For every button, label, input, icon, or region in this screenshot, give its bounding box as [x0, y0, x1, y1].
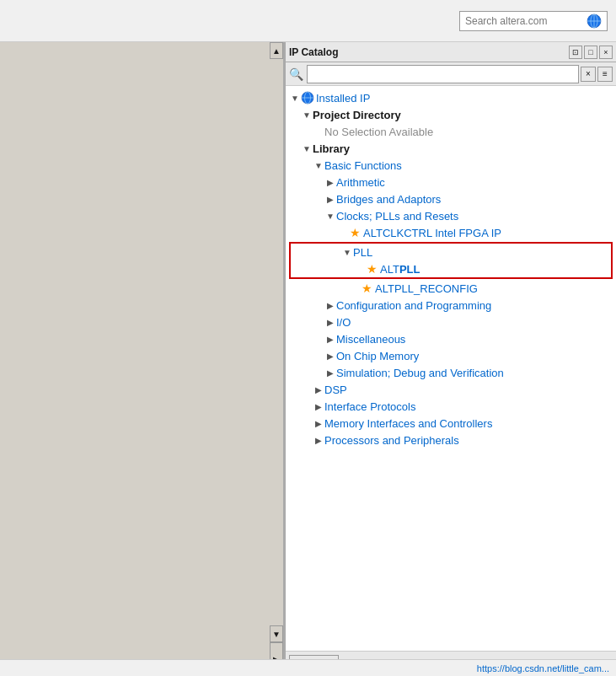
tree-item-pll[interactable]: ▼ PLL — [291, 244, 611, 260]
altclkctrl-label: ALTCLKCTRL Intel FPGA IP — [363, 227, 501, 239]
tree-item-on-chip-memory[interactable]: ▶ On Chip Memory — [286, 347, 616, 364]
toggle-simulation-debug[interactable]: ▶ — [324, 367, 336, 378]
star-icon-altpll: ★ — [365, 262, 378, 276]
altpll-reconfig-label: ALTPLL_RECONFIG — [375, 282, 478, 295]
globe-icon-installed — [301, 91, 314, 105]
simulation-debug-label: Simulation; Debug and Verification — [336, 367, 504, 379]
pll-label: PLL — [353, 246, 372, 259]
panel-float-button[interactable]: □ — [584, 46, 597, 59]
installed-ip-label: Installed IP — [316, 92, 370, 105]
tree-item-installed-ip[interactable]: ▼ Installed IP — [286, 89, 616, 106]
star-icon-altpll-reconfig: ★ — [360, 282, 373, 295]
tree-item-project-directory[interactable]: ▼ Project Directory — [286, 106, 616, 123]
toggle-library[interactable]: ▼ — [301, 142, 313, 154]
tree-item-memory-interfaces[interactable]: ▶ Memory Interfaces and Controllers — [286, 415, 616, 432]
tree-item-library[interactable]: ▼ Library — [286, 140, 616, 157]
interface-protocols-label: Interface Protocols — [324, 400, 415, 413]
io-label: I/O — [336, 316, 351, 329]
search-clear-button[interactable]: × — [581, 67, 596, 82]
memory-interfaces-label: Memory Interfaces and Controllers — [324, 417, 492, 430]
arithmetic-label: Arithmetic — [336, 176, 385, 189]
tree-item-processors-peripherals[interactable]: ▶ Processors and Peripherals — [286, 432, 616, 448]
toggle-installed-ip[interactable]: ▼ — [289, 92, 301, 104]
library-label: Library — [313, 142, 350, 155]
panel-icons: ⊡ □ × — [569, 46, 613, 59]
tree-item-dsp[interactable]: ▶ DSP — [286, 381, 616, 398]
config-programming-label: Configuration and Programming — [336, 299, 491, 312]
panel-close-button[interactable]: × — [599, 46, 613, 59]
scroll-down-button[interactable]: ▼ — [270, 625, 283, 642]
altpll-label: ALTPLL — [380, 263, 420, 276]
tree-item-io[interactable]: ▶ I/O — [286, 314, 616, 330]
toggle-on-chip-memory[interactable]: ▶ — [324, 350, 336, 362]
toggle-project-directory[interactable]: ▼ — [301, 109, 313, 121]
bridges-adaptors-label: Bridges and Adaptors — [336, 193, 441, 206]
panel-header: IP Catalog ⊡ □ × — [286, 42, 616, 62]
miscellaneous-label: Miscellaneous — [336, 333, 405, 346]
dsp-label: DSP — [324, 384, 347, 396]
tree-item-miscellaneous[interactable]: ▶ Miscellaneous — [286, 330, 616, 347]
toggle-arithmetic[interactable]: ▶ — [324, 176, 336, 188]
status-url: https://blog.csdn.net/little_cam... — [477, 663, 609, 673]
clocks-plls-label: Clocks; PLLs and Resets — [336, 210, 458, 223]
tree-item-clocks-plls[interactable]: ▼ Clocks; PLLs and Resets — [286, 207, 616, 224]
search-menu-button[interactable]: ≡ — [597, 67, 613, 82]
panel-title: IP Catalog — [289, 46, 338, 58]
main-area: ▲ ▼ ▶ IP Catalog ⊡ □ × 🔍 × ≡ — [0, 42, 616, 676]
tree-item-basic-functions[interactable]: ▼ Basic Functions — [286, 157, 616, 174]
tree-item-arithmetic[interactable]: ▶ Arithmetic — [286, 174, 616, 190]
star-icon-altclkctrl: ★ — [348, 226, 362, 239]
no-selection-label: No Selection Available — [324, 126, 433, 138]
top-bar — [0, 0, 616, 42]
tree-item-altpll-reconfig[interactable]: ★ ALTPLL_RECONFIG — [286, 280, 616, 297]
tree-item-simulation-debug[interactable]: ▶ Simulation; Debug and Verification — [286, 364, 616, 381]
toggle-bridges[interactable]: ▶ — [324, 193, 336, 205]
panel-restore-button[interactable]: ⊡ — [569, 46, 582, 59]
toggle-processors-peripherals[interactable]: ▶ — [313, 434, 324, 446]
processors-peripherals-label: Processors and Peripherals — [324, 434, 459, 447]
search-icon: 🔍 — [289, 67, 303, 81]
pll-group-highlighted: ▼ PLL ★ ALTPLL — [289, 242, 613, 279]
search-altera-input[interactable] — [465, 15, 583, 27]
tree-item-config-programming[interactable]: ▶ Configuration and Programming — [286, 297, 616, 314]
toggle-miscellaneous[interactable]: ▶ — [324, 333, 336, 345]
globe-icon — [587, 13, 602, 29]
tree-item-altpll[interactable]: ★ ALTPLL — [291, 260, 611, 277]
toggle-dsp[interactable]: ▶ — [313, 384, 324, 395]
left-panel: ▲ ▼ ▶ — [0, 42, 285, 676]
search-altera-container — [459, 11, 608, 31]
scroll-up-button[interactable]: ▲ — [270, 42, 283, 59]
tree-item-interface-protocols[interactable]: ▶ Interface Protocols — [286, 398, 616, 415]
ip-catalog-panel: IP Catalog ⊡ □ × 🔍 × ≡ ▼ — [285, 42, 616, 676]
search-input[interactable] — [307, 65, 579, 83]
tree-item-bridges-adaptors[interactable]: ▶ Bridges and Adaptors — [286, 190, 616, 207]
toggle-io[interactable]: ▶ — [324, 316, 336, 328]
on-chip-memory-label: On Chip Memory — [336, 350, 419, 362]
toggle-memory-interfaces[interactable]: ▶ — [313, 417, 324, 429]
tree-item-no-selection: No Selection Available — [286, 123, 616, 140]
toggle-clocks-plls[interactable]: ▼ — [324, 210, 336, 222]
toggle-pll[interactable]: ▼ — [341, 246, 353, 258]
project-directory-label: Project Directory — [313, 109, 401, 121]
toggle-config-programming[interactable]: ▶ — [324, 299, 336, 311]
status-bar: https://blog.csdn.net/little_cam... — [0, 659, 616, 676]
toggle-basic-functions[interactable]: ▼ — [313, 159, 324, 171]
toggle-interface-protocols[interactable]: ▶ — [313, 400, 324, 412]
basic-functions-label: Basic Functions — [324, 159, 402, 172]
tree-item-altclkctrl[interactable]: ★ ALTCLKCTRL Intel FPGA IP — [286, 224, 616, 241]
tree-content[interactable]: ▼ Installed IP ▼ Project Directory — [286, 86, 616, 651]
search-bar: 🔍 × ≡ — [286, 62, 616, 86]
